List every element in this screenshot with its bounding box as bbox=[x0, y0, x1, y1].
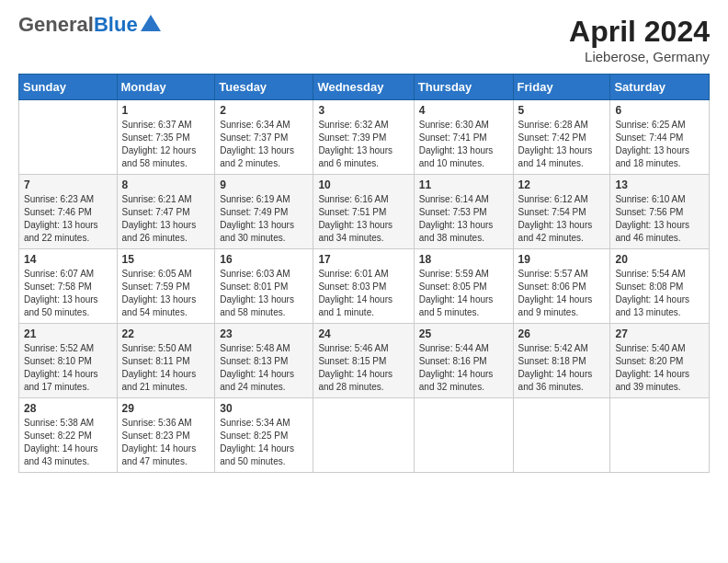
weekday-header-sunday: Sunday bbox=[19, 75, 118, 100]
day-info: Sunrise: 6:34 AMSunset: 7:37 PMDaylight:… bbox=[220, 119, 308, 170]
weekday-header-monday: Monday bbox=[117, 75, 215, 100]
day-number: 14 bbox=[24, 253, 112, 266]
day-info: Sunrise: 5:40 AMSunset: 8:20 PMDaylight:… bbox=[615, 342, 704, 394]
day-info: Sunrise: 6:19 AMSunset: 7:49 PMDaylight:… bbox=[220, 193, 308, 245]
day-info: Sunrise: 5:54 AMSunset: 8:08 PMDaylight:… bbox=[615, 268, 704, 319]
calendar-cell: 13Sunrise: 6:10 AMSunset: 7:56 PMDayligh… bbox=[610, 175, 710, 249]
calendar-cell: 16Sunrise: 6:03 AMSunset: 8:01 PMDayligh… bbox=[215, 249, 313, 324]
calendar-cell: 24Sunrise: 5:46 AMSunset: 8:15 PMDayligh… bbox=[313, 324, 414, 398]
calendar-cell bbox=[19, 100, 118, 175]
day-info: Sunrise: 5:48 AMSunset: 8:13 PMDaylight:… bbox=[220, 342, 308, 394]
day-number: 26 bbox=[518, 327, 606, 340]
day-info: Sunrise: 6:28 AMSunset: 7:42 PMDaylight:… bbox=[518, 119, 606, 170]
weekday-header-saturday: Saturday bbox=[610, 75, 710, 100]
day-number: 24 bbox=[318, 327, 408, 340]
calendar-cell bbox=[414, 398, 513, 473]
day-number: 7 bbox=[24, 178, 112, 191]
day-number: 6 bbox=[615, 104, 704, 117]
calendar-cell: 12Sunrise: 6:12 AMSunset: 7:54 PMDayligh… bbox=[513, 175, 610, 249]
calendar-cell: 23Sunrise: 5:48 AMSunset: 8:13 PMDayligh… bbox=[215, 324, 313, 398]
logo-blue: Blue bbox=[94, 13, 138, 36]
week-row-1: 1Sunrise: 6:37 AMSunset: 7:35 PMDaylight… bbox=[19, 100, 710, 175]
day-number: 10 bbox=[318, 178, 408, 191]
day-number: 13 bbox=[615, 178, 704, 191]
calendar-cell bbox=[513, 398, 610, 473]
day-info: Sunrise: 6:21 AMSunset: 7:47 PMDaylight:… bbox=[122, 193, 210, 245]
logo-text: GeneralBlue bbox=[18, 15, 138, 35]
calendar-cell: 19Sunrise: 5:57 AMSunset: 8:06 PMDayligh… bbox=[513, 249, 610, 324]
day-info: Sunrise: 5:50 AMSunset: 8:11 PMDaylight:… bbox=[122, 342, 210, 394]
calendar-cell: 10Sunrise: 6:16 AMSunset: 7:51 PMDayligh… bbox=[313, 175, 414, 249]
day-number: 4 bbox=[419, 104, 508, 117]
weekday-header-thursday: Thursday bbox=[414, 75, 513, 100]
calendar-cell: 3Sunrise: 6:32 AMSunset: 7:39 PMDaylight… bbox=[313, 100, 414, 175]
day-number: 5 bbox=[518, 104, 606, 117]
day-number: 15 bbox=[122, 253, 210, 266]
day-number: 17 bbox=[318, 253, 408, 266]
calendar-cell: 15Sunrise: 6:05 AMSunset: 7:59 PMDayligh… bbox=[117, 249, 215, 324]
header: GeneralBlue April 2024 Lieberose, German… bbox=[18, 15, 710, 64]
calendar-title: April 2024 bbox=[569, 15, 710, 49]
day-info: Sunrise: 6:30 AMSunset: 7:41 PMDaylight:… bbox=[419, 119, 508, 170]
day-number: 30 bbox=[220, 402, 308, 415]
day-info: Sunrise: 6:10 AMSunset: 7:56 PMDaylight:… bbox=[615, 193, 704, 245]
day-info: Sunrise: 6:37 AMSunset: 7:35 PMDaylight:… bbox=[122, 119, 210, 170]
page: GeneralBlue April 2024 Lieberose, German… bbox=[0, 0, 728, 488]
calendar-cell: 6Sunrise: 6:25 AMSunset: 7:44 PMDaylight… bbox=[610, 100, 710, 175]
calendar-cell: 22Sunrise: 5:50 AMSunset: 8:11 PMDayligh… bbox=[117, 324, 215, 398]
week-row-3: 14Sunrise: 6:07 AMSunset: 7:58 PMDayligh… bbox=[19, 249, 710, 324]
day-number: 3 bbox=[318, 104, 408, 117]
day-number: 23 bbox=[220, 327, 308, 340]
day-info: Sunrise: 6:07 AMSunset: 7:58 PMDaylight:… bbox=[24, 268, 112, 319]
day-info: Sunrise: 6:01 AMSunset: 8:03 PMDaylight:… bbox=[318, 268, 408, 319]
calendar-cell: 4Sunrise: 6:30 AMSunset: 7:41 PMDaylight… bbox=[414, 100, 513, 175]
day-info: Sunrise: 6:25 AMSunset: 7:44 PMDaylight:… bbox=[615, 119, 704, 170]
calendar-cell: 1Sunrise: 6:37 AMSunset: 7:35 PMDaylight… bbox=[117, 100, 215, 175]
week-row-2: 7Sunrise: 6:23 AMSunset: 7:46 PMDaylight… bbox=[19, 175, 710, 249]
day-info: Sunrise: 5:36 AMSunset: 8:23 PMDaylight:… bbox=[122, 417, 210, 468]
day-number: 27 bbox=[615, 327, 704, 340]
calendar-cell: 9Sunrise: 6:19 AMSunset: 7:49 PMDaylight… bbox=[215, 175, 313, 249]
calendar-cell: 21Sunrise: 5:52 AMSunset: 8:10 PMDayligh… bbox=[19, 324, 118, 398]
calendar-cell: 18Sunrise: 5:59 AMSunset: 8:05 PMDayligh… bbox=[414, 249, 513, 324]
day-number: 29 bbox=[122, 402, 210, 415]
calendar-cell: 20Sunrise: 5:54 AMSunset: 8:08 PMDayligh… bbox=[610, 249, 710, 324]
weekday-header-wednesday: Wednesday bbox=[313, 75, 414, 100]
day-info: Sunrise: 6:12 AMSunset: 7:54 PMDaylight:… bbox=[518, 193, 606, 245]
day-info: Sunrise: 5:44 AMSunset: 8:16 PMDaylight:… bbox=[419, 342, 508, 394]
weekday-header-tuesday: Tuesday bbox=[215, 75, 313, 100]
day-number: 12 bbox=[518, 178, 606, 191]
calendar-cell bbox=[610, 398, 710, 473]
week-row-4: 21Sunrise: 5:52 AMSunset: 8:10 PMDayligh… bbox=[19, 324, 710, 398]
day-number: 1 bbox=[122, 104, 210, 117]
day-number: 19 bbox=[518, 253, 606, 266]
day-info: Sunrise: 6:03 AMSunset: 8:01 PMDaylight:… bbox=[220, 268, 308, 319]
day-info: Sunrise: 5:52 AMSunset: 8:10 PMDaylight:… bbox=[24, 342, 112, 394]
day-number: 21 bbox=[24, 327, 112, 340]
calendar-cell: 7Sunrise: 6:23 AMSunset: 7:46 PMDaylight… bbox=[19, 175, 118, 249]
day-info: Sunrise: 6:23 AMSunset: 7:46 PMDaylight:… bbox=[24, 193, 112, 245]
calendar-cell: 25Sunrise: 5:44 AMSunset: 8:16 PMDayligh… bbox=[414, 324, 513, 398]
calendar-table: SundayMondayTuesdayWednesdayThursdayFrid… bbox=[18, 74, 710, 473]
day-info: Sunrise: 6:16 AMSunset: 7:51 PMDaylight:… bbox=[318, 193, 408, 245]
calendar-cell: 26Sunrise: 5:42 AMSunset: 8:18 PMDayligh… bbox=[513, 324, 610, 398]
day-info: Sunrise: 5:42 AMSunset: 8:18 PMDaylight:… bbox=[518, 342, 606, 394]
day-info: Sunrise: 5:38 AMSunset: 8:22 PMDaylight:… bbox=[24, 417, 112, 468]
calendar-cell: 29Sunrise: 5:36 AMSunset: 8:23 PMDayligh… bbox=[117, 398, 215, 473]
calendar-cell: 28Sunrise: 5:38 AMSunset: 8:22 PMDayligh… bbox=[19, 398, 118, 473]
logo-general: General bbox=[18, 13, 94, 36]
calendar-subtitle: Lieberose, Germany bbox=[569, 49, 710, 64]
calendar-cell: 2Sunrise: 6:34 AMSunset: 7:37 PMDaylight… bbox=[215, 100, 313, 175]
calendar-cell: 11Sunrise: 6:14 AMSunset: 7:53 PMDayligh… bbox=[414, 175, 513, 249]
calendar-cell: 5Sunrise: 6:28 AMSunset: 7:42 PMDaylight… bbox=[513, 100, 610, 175]
week-row-5: 28Sunrise: 5:38 AMSunset: 8:22 PMDayligh… bbox=[19, 398, 710, 473]
day-number: 25 bbox=[419, 327, 508, 340]
day-number: 28 bbox=[24, 402, 112, 415]
calendar-cell: 27Sunrise: 5:40 AMSunset: 8:20 PMDayligh… bbox=[610, 324, 710, 398]
day-number: 18 bbox=[419, 253, 508, 266]
day-number: 20 bbox=[615, 253, 704, 266]
day-info: Sunrise: 6:32 AMSunset: 7:39 PMDaylight:… bbox=[318, 119, 408, 170]
calendar-cell: 30Sunrise: 5:34 AMSunset: 8:25 PMDayligh… bbox=[215, 398, 313, 473]
calendar-cell: 14Sunrise: 6:07 AMSunset: 7:58 PMDayligh… bbox=[19, 249, 118, 324]
title-block: April 2024 Lieberose, Germany bbox=[569, 15, 710, 64]
